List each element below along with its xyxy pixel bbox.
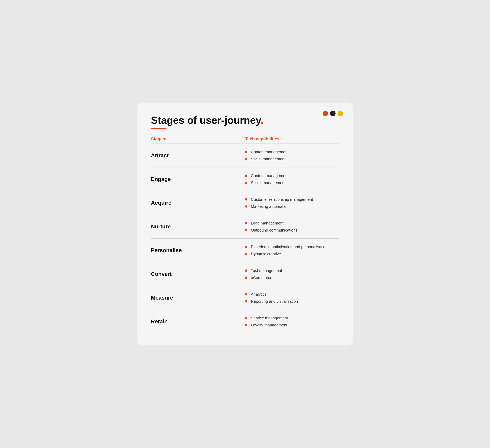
bullet-icon [245, 269, 247, 272]
stages-column-header: Stages: [151, 136, 245, 141]
stage-name-retain: Retain [151, 318, 245, 325]
bullet-icon [245, 317, 247, 319]
capability-item: Analytics [245, 291, 339, 297]
capability-text: Service management [251, 315, 288, 321]
capability-item: Dynamic creative [245, 251, 339, 257]
capability-item: Service management [245, 315, 339, 321]
capabilities-list-attract: Content managementSocial management [245, 149, 339, 162]
dot-yellow [338, 111, 343, 116]
bullet-icon [245, 293, 247, 295]
capability-item: Content management [245, 173, 339, 178]
stages-table: Stages: Tech capabilities: AttractConten… [151, 136, 339, 333]
stage-name-personalise: Personalise [151, 247, 245, 254]
capability-text: Marketing automation [251, 204, 289, 209]
capability-text: Loyalty management [251, 322, 287, 328]
capability-item: Social management [245, 180, 339, 185]
bullet-icon [245, 324, 247, 326]
capability-item: Content management [245, 149, 339, 155]
table-row-measure: MeasureAnalyticsReporting and visualisat… [151, 286, 339, 310]
capability-text: Social management [251, 156, 286, 162]
capability-text: Analytics [251, 291, 267, 297]
capability-text: Lead management [251, 220, 284, 226]
stage-name-measure: Measure [151, 295, 245, 301]
bullet-icon [245, 205, 247, 208]
stage-name-attract: Attract [151, 152, 245, 159]
rows-container: AttractContent managementSocial manageme… [151, 143, 339, 333]
bullet-icon [245, 229, 247, 231]
stage-name-convert: Convert [151, 271, 245, 277]
bullet-icon [245, 158, 247, 160]
capability-item: Test management [245, 268, 339, 273]
bullet-icon [245, 253, 247, 255]
table-row-attract: AttractContent managementSocial manageme… [151, 143, 339, 167]
capability-text: Content management [251, 173, 289, 178]
bullet-icon [245, 246, 247, 248]
table-row-retain: RetainService managementLoyalty manageme… [151, 310, 339, 333]
stage-name-engage: Engage [151, 176, 245, 182]
bullet-icon [245, 175, 247, 177]
table-row-acquire: AcquireCustomer relationship managementM… [151, 191, 339, 215]
dot-black [330, 111, 336, 116]
capabilities-list-retain: Service managementLoyalty management [245, 315, 339, 328]
capabilities-list-personalise: Experience optimisation and personalisat… [245, 244, 339, 257]
bullet-icon [245, 300, 247, 303]
capabilities-list-engage: Content managementSocial management [245, 173, 339, 185]
bullet-icon [245, 276, 247, 279]
capability-text: Content management [251, 149, 289, 155]
table-row-nurture: NurtureLead managementOutbound communica… [151, 215, 339, 238]
capabilities-list-measure: AnalyticsReporting and visualisation [245, 291, 339, 304]
capability-text: Outbound communications [251, 228, 298, 233]
table-header: Stages: Tech capabilities: [151, 136, 339, 141]
capabilities-list-acquire: Customer relationship managementMarketin… [245, 197, 339, 209]
bullet-icon [245, 151, 247, 153]
capability-item: Loyalty management [245, 322, 339, 328]
capability-item: Social management [245, 156, 339, 162]
capability-text: Test management [251, 268, 282, 273]
capability-item: Outbound communications [245, 228, 339, 233]
page-title-text: Stages of user-journey [151, 114, 261, 126]
capability-text: Social management [251, 180, 286, 185]
bullet-icon [245, 182, 247, 184]
capability-item: eCommerce [245, 275, 339, 280]
stage-name-acquire: Acquire [151, 200, 245, 206]
capability-text: Reporting and visualisation [251, 299, 298, 304]
stage-name-nurture: Nurture [151, 223, 245, 230]
page-title-dot: . [261, 114, 263, 126]
table-row-convert: ConvertTest managementeCommerce [151, 262, 339, 286]
capability-text: Experience optimisation and personalisat… [251, 244, 327, 250]
tech-column-header: Tech capabilities: [245, 136, 339, 141]
capabilities-list-convert: Test managementeCommerce [245, 268, 339, 280]
page-title: Stages of user-journey. [151, 115, 339, 126]
capability-text: Dynamic creative [251, 251, 281, 257]
capability-text: eCommerce [251, 275, 272, 280]
capability-item: Customer relationship management [245, 197, 339, 202]
capabilities-list-nurture: Lead managementOutbound communications [245, 220, 339, 233]
dot-red [323, 111, 328, 116]
table-row-engage: EngageContent managementSocial managemen… [151, 167, 339, 191]
table-row-personalise: PersonaliseExperience optimisation and p… [151, 238, 339, 262]
capability-text: Customer relationship management [251, 197, 313, 202]
capability-item: Reporting and visualisation [245, 299, 339, 304]
bullet-icon [245, 198, 247, 201]
window-dots [323, 111, 343, 116]
main-card: Stages of user-journey. Stages: Tech cap… [137, 103, 353, 345]
capability-item: Lead management [245, 220, 339, 226]
title-underline [151, 128, 166, 129]
bullet-icon [245, 222, 247, 224]
capability-item: Marketing automation [245, 204, 339, 209]
capability-item: Experience optimisation and personalisat… [245, 244, 339, 250]
